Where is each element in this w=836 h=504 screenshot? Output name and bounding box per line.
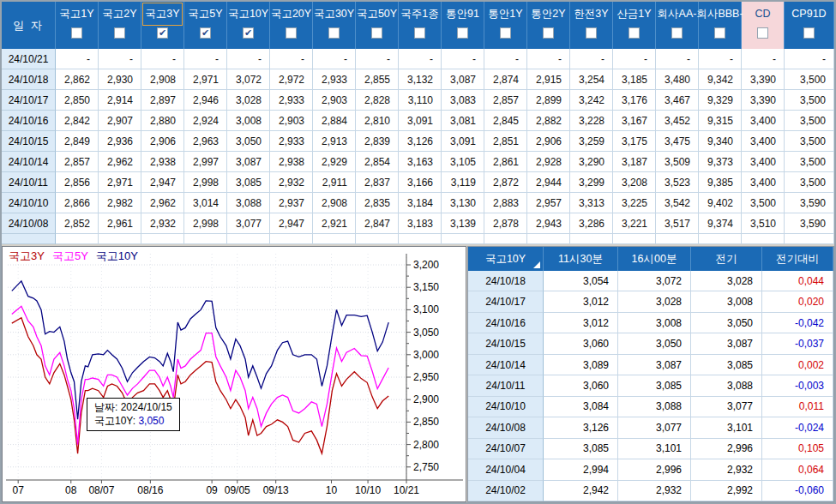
top-table-value-cell: - [356, 49, 399, 69]
column-checkbox-회사BBB-[interactable] [714, 27, 725, 39]
top-table-value-cell: 3,452 [656, 111, 699, 131]
right-table-value-cell: 3,126 [544, 417, 618, 438]
right-table-value-cell: 2,992 [691, 481, 762, 501]
top-table-value-cell: 3,299 [570, 172, 613, 193]
top-table-value-cell: 2,883 [484, 193, 527, 213]
x-axis-label: 09 [206, 484, 218, 496]
right-table-change-cell: 0,002 [762, 355, 833, 375]
column-header-회사BBB-[interactable]: 회사BBB- [699, 2, 742, 49]
column-header-통안91[interactable]: 통안91 [442, 2, 484, 49]
right-table-change-cell: 0,011 [762, 397, 833, 417]
y-axis-label: 3,100 [413, 303, 439, 315]
top-table-value-cell [699, 234, 742, 244]
top-table-value-cell: 3,500 [742, 193, 785, 213]
top-table-value-cell: 2,810 [356, 111, 399, 131]
column-header-회사AA-[interactable]: 회사AA- [656, 2, 699, 49]
top-table-value-cell: 2,932 [141, 213, 184, 234]
top-table-value-cell: 3,225 [613, 193, 656, 213]
column-checkbox-국주1종[interactable] [414, 27, 425, 39]
series-line-국고5Y [12, 306, 388, 444]
right-table-value-cell: 3,088 [691, 375, 762, 396]
right-table-header-1[interactable]: 11시30분 [544, 247, 618, 271]
top-table-value-cell: 3,400 [742, 172, 785, 193]
top-table-value-cell: - [484, 49, 527, 69]
top-table-value-cell: 9,342 [699, 69, 742, 90]
column-checkbox-통안2Y[interactable] [543, 27, 554, 39]
column-checkbox-국고3Y[interactable]: ✔ [157, 27, 168, 39]
column-header-label: 국고5Y [188, 7, 222, 21]
right-table-header-2[interactable]: 16시00분 [618, 247, 691, 271]
ktb10y-detail-grid: 국고10Y11시30분16시00분전기전기대비24/10/183,0543,07… [467, 246, 834, 502]
column-checkbox-회사AA-[interactable] [671, 27, 683, 39]
yield-chart-svg[interactable]: 3,2003,1503,1003,0503,0002,9502,9002,850… [3, 247, 466, 501]
column-header-국고1Y[interactable]: 국고1Y [56, 2, 99, 49]
right-table-header-0[interactable]: 국고10Y [468, 247, 544, 271]
top-table-value-cell [570, 234, 613, 244]
top-table-value-cell: 3,400 [742, 152, 785, 172]
top-table-value-cell [613, 234, 656, 244]
top-table-value-cell: 3,091 [442, 131, 484, 152]
column-checkbox-국고50Y[interactable] [371, 27, 382, 39]
column-header-label: 국고50Y [357, 7, 397, 21]
right-table-value-cell: 3,012 [544, 313, 618, 333]
yield-chart-panel: 국고3Y국고5Y국고10Y 3,2003,1503,1003,0503,0002… [2, 246, 466, 502]
column-checkbox-국고10Y[interactable]: ✔ [243, 27, 254, 39]
column-header-산금1Y[interactable]: 산금1Y [613, 2, 656, 49]
top-table-value-cell [742, 234, 785, 244]
column-header-국고5Y[interactable]: 국고5Y✔ [184, 2, 227, 49]
column-header-통안2Y[interactable]: 통안2Y [527, 2, 570, 49]
column-checkbox-통안1Y[interactable] [500, 27, 511, 39]
top-table-value-cell: 3,167 [613, 111, 656, 131]
top-table-value-cell: 3,228 [570, 111, 613, 131]
top-table-value-cell: 3,184 [399, 193, 442, 213]
column-checkbox-한전3Y[interactable] [586, 27, 597, 39]
top-table-value-cell: 2,947 [141, 172, 184, 193]
top-table-value-cell: 2,861 [484, 152, 527, 172]
column-header-CP91D[interactable]: CP91D [785, 2, 834, 49]
column-checkbox-국고5Y[interactable]: ✔ [200, 27, 211, 39]
top-table-value-cell: 2,961 [99, 213, 141, 234]
column-checkbox-CD[interactable] [757, 27, 768, 39]
top-table-value-cell: 3,130 [442, 193, 484, 213]
top-table-value-cell: 2,882 [527, 111, 570, 131]
column-checkbox-산금1Y[interactable] [629, 27, 640, 39]
top-table-value-cell: 3,185 [613, 69, 656, 90]
top-table-value-cell: - [184, 49, 227, 69]
column-header-date[interactable]: 일 자 [2, 2, 56, 49]
column-checkbox-CP91D[interactable] [803, 27, 815, 39]
top-table-value-cell: 2,998 [184, 172, 227, 193]
column-header-통안1Y[interactable]: 통안1Y [484, 2, 527, 49]
top-table-value-cell: 2,839 [356, 131, 399, 152]
right-table-date-cell: 24/10/11 [468, 375, 544, 396]
top-table-value-cell: 3,008 [227, 111, 270, 131]
right-table-value-cell: 3,008 [691, 291, 762, 312]
top-table-date-cell: 24/10/18 [2, 69, 56, 90]
right-table-header-4[interactable]: 전기대비 [762, 247, 833, 271]
column-header-국고2Y[interactable]: 국고2Y [99, 2, 141, 49]
top-table-value-cell: 2,862 [56, 69, 99, 90]
column-checkbox-국고2Y[interactable] [114, 27, 125, 39]
column-checkbox-국고20Y[interactable] [286, 27, 297, 39]
column-header-국고20Y[interactable]: 국고20Y [270, 2, 313, 49]
column-header-CD[interactable]: CD [742, 2, 785, 49]
right-table-value-cell: 3,050 [618, 333, 691, 354]
right-table-change-cell: -0,003 [762, 375, 833, 396]
column-checkbox-통안91[interactable] [457, 27, 468, 39]
column-header-국고10Y[interactable]: 국고10Y✔ [227, 2, 270, 49]
top-table-value-cell: - [141, 49, 184, 69]
top-table-value-cell: 2,963 [184, 131, 227, 152]
column-checkbox-국고30Y[interactable] [328, 27, 340, 39]
column-header-국고3Y[interactable]: 국고3Y✔ [141, 2, 184, 49]
top-table-value-cell [270, 234, 313, 244]
column-checkbox-국고1Y[interactable] [71, 27, 82, 39]
top-table-value-cell: 3,286 [570, 213, 613, 234]
right-table-header-3[interactable]: 전기 [691, 247, 762, 271]
top-table-value-cell: 2,906 [141, 131, 184, 152]
column-header-국주1종[interactable]: 국주1종 [399, 2, 442, 49]
column-header-한전3Y[interactable]: 한전3Y [570, 2, 613, 49]
column-header-국고50Y[interactable]: 국고50Y [356, 2, 399, 49]
right-table-value-cell: 3,028 [691, 271, 762, 291]
right-table-value-cell: 3,084 [544, 397, 618, 417]
legend-item-국고5Y: 국고5Y [52, 249, 88, 262]
column-header-국고30Y[interactable]: 국고30Y [313, 2, 356, 49]
